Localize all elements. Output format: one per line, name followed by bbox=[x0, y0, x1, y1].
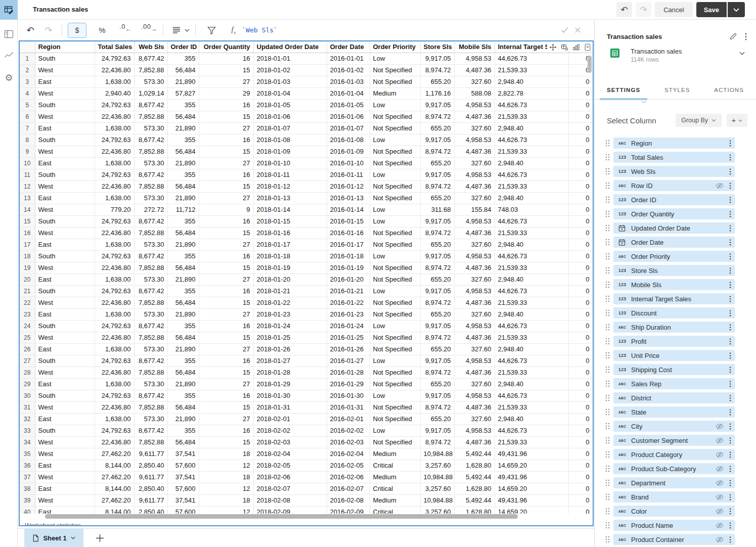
hidden-eye-slash-icon[interactable] bbox=[716, 437, 724, 444]
cell[interactable]: 4,487.36 bbox=[454, 180, 495, 192]
cell[interactable]: 0 bbox=[568, 239, 593, 250]
cell[interactable]: 57,600 bbox=[167, 506, 199, 514]
drag-handle[interactable] bbox=[605, 380, 610, 387]
cell[interactable]: 10,984.88 bbox=[420, 494, 454, 506]
cell[interactable]: 16 bbox=[199, 53, 253, 64]
cell[interactable]: 0 bbox=[568, 494, 593, 506]
cell[interactable]: 4,487.36 bbox=[454, 436, 495, 448]
cell[interactable]: Low bbox=[370, 390, 420, 401]
cell[interactable]: 355 bbox=[167, 285, 199, 297]
cell[interactable]: 2,948.40 bbox=[495, 274, 568, 285]
cell[interactable]: 21,539.33 bbox=[495, 367, 568, 378]
cell[interactable]: West bbox=[35, 401, 95, 413]
cell[interactable]: 9,917.05 bbox=[420, 250, 454, 262]
cell[interactable]: 15 bbox=[199, 332, 253, 343]
column-menu-icon[interactable] bbox=[729, 466, 731, 472]
column-pill[interactable]: ABCCity bbox=[613, 421, 735, 432]
cell[interactable]: 0 bbox=[568, 87, 593, 99]
cell[interactable]: Not Specified bbox=[370, 274, 420, 285]
column-pill[interactable]: ABCShip Duration bbox=[613, 322, 735, 333]
cell[interactable]: 21,890 bbox=[167, 122, 199, 134]
column-menu-icon[interactable] bbox=[729, 253, 731, 260]
cell[interactable]: West bbox=[35, 180, 95, 192]
drag-handle[interactable] bbox=[605, 465, 610, 472]
cell[interactable]: 2018-02-04 bbox=[253, 448, 327, 460]
cell[interactable]: 655.20 bbox=[420, 192, 454, 204]
cell[interactable]: 16 bbox=[199, 320, 253, 332]
cell[interactable]: 57,600 bbox=[167, 483, 199, 494]
row-number[interactable]: 22 bbox=[20, 297, 35, 308]
cell[interactable]: Not Specified bbox=[370, 308, 420, 320]
cell[interactable]: 2016-01-31 bbox=[327, 401, 370, 413]
cell[interactable]: 44,626.73 bbox=[495, 215, 568, 227]
cell[interactable]: 44,626.73 bbox=[495, 355, 568, 367]
cell[interactable]: 56,484 bbox=[167, 436, 199, 448]
cell[interactable]: 8,677.42 bbox=[134, 169, 167, 180]
cell[interactable]: 24,792.63 bbox=[95, 285, 134, 297]
cell[interactable]: 655.20 bbox=[420, 343, 454, 355]
column-menu-icon[interactable] bbox=[729, 352, 731, 359]
cell[interactable]: 44,626.73 bbox=[495, 285, 568, 297]
edit-pencil-icon[interactable] bbox=[729, 32, 737, 40]
cell[interactable]: 327.60 bbox=[454, 413, 495, 425]
cell[interactable]: 0 bbox=[568, 460, 593, 471]
cell[interactable]: 2018-01-18 bbox=[253, 250, 327, 262]
column-menu-icon[interactable] bbox=[729, 197, 731, 203]
cell[interactable]: 37,541 bbox=[167, 494, 199, 506]
hidden-eye-slash-icon[interactable] bbox=[716, 423, 724, 430]
cell[interactable]: 1,638.00 bbox=[95, 157, 134, 169]
cell[interactable]: 9,611.77 bbox=[134, 471, 167, 483]
cell[interactable]: 327.60 bbox=[454, 122, 495, 134]
cell[interactable]: East bbox=[35, 378, 95, 390]
add-column-button[interactable]: + bbox=[727, 114, 747, 127]
row-number[interactable]: 14 bbox=[20, 204, 35, 215]
column-header-order-priority[interactable]: Order Priority bbox=[370, 41, 420, 53]
drag-handle[interactable] bbox=[605, 295, 610, 302]
cell[interactable]: 4,958.53 bbox=[454, 215, 495, 227]
cell[interactable]: 573.30 bbox=[134, 76, 167, 87]
cell[interactable]: 15 bbox=[199, 64, 253, 76]
cell[interactable]: East bbox=[35, 122, 95, 134]
cell[interactable]: 0 bbox=[568, 378, 593, 390]
cell[interactable]: 2,948.40 bbox=[495, 157, 568, 169]
cell[interactable]: 1,638.00 bbox=[95, 122, 134, 134]
cell[interactable]: 8,974.72 bbox=[420, 262, 454, 274]
document-icon[interactable] bbox=[584, 43, 591, 51]
cell[interactable]: Not Specified bbox=[370, 76, 420, 87]
cell[interactable]: 27 bbox=[199, 239, 253, 250]
cell[interactable]: 2018-01-08 bbox=[253, 134, 327, 146]
cell[interactable]: 0 bbox=[568, 180, 593, 192]
cell[interactable]: 588.08 bbox=[454, 87, 495, 99]
cell[interactable]: 2018-01-04 bbox=[253, 87, 327, 99]
cell[interactable]: 2016-01-01 bbox=[327, 53, 370, 64]
cell[interactable]: 2018-01-10 bbox=[253, 157, 327, 169]
cell[interactable]: 27 bbox=[199, 413, 253, 425]
column-menu-icon[interactable] bbox=[729, 409, 731, 416]
add-sheet-button[interactable] bbox=[96, 534, 104, 542]
cell[interactable]: 155.84 bbox=[454, 204, 495, 215]
cell[interactable]: West bbox=[35, 297, 95, 308]
drag-handle[interactable] bbox=[605, 366, 610, 373]
horizontal-scrollbar-thumb[interactable] bbox=[45, 514, 518, 519]
cell[interactable]: 15 bbox=[199, 227, 253, 239]
cell[interactable]: 2018-01-23 bbox=[253, 308, 327, 320]
cell[interactable]: 2016-01-30 bbox=[327, 390, 370, 401]
cell[interactable]: 15 bbox=[199, 436, 253, 448]
column-pill[interactable]: 123Discount bbox=[613, 307, 735, 318]
cell[interactable]: 1,029.14 bbox=[134, 87, 167, 99]
cell[interactable]: 2018-01-29 bbox=[253, 378, 327, 390]
cell[interactable]: 22,436.80 bbox=[95, 297, 134, 308]
cell[interactable]: 573.30 bbox=[134, 378, 167, 390]
cell[interactable]: 18 bbox=[199, 494, 253, 506]
row-number[interactable]: 9 bbox=[20, 146, 35, 157]
row-number[interactable]: 29 bbox=[20, 378, 35, 390]
column-header-mobile-sls[interactable]: Mobile Sls bbox=[454, 41, 495, 53]
cell[interactable]: Medium bbox=[370, 471, 420, 483]
cell[interactable]: 15 bbox=[199, 401, 253, 413]
hidden-eye-slash-icon[interactable] bbox=[716, 508, 724, 515]
column-pill[interactable]: 123Web Sls bbox=[613, 166, 735, 177]
cell[interactable]: 22,436.80 bbox=[95, 367, 134, 378]
cell[interactable]: 2016-01-23 bbox=[327, 308, 370, 320]
cell[interactable]: 21,539.33 bbox=[495, 180, 568, 192]
cell[interactable]: 56,484 bbox=[167, 401, 199, 413]
